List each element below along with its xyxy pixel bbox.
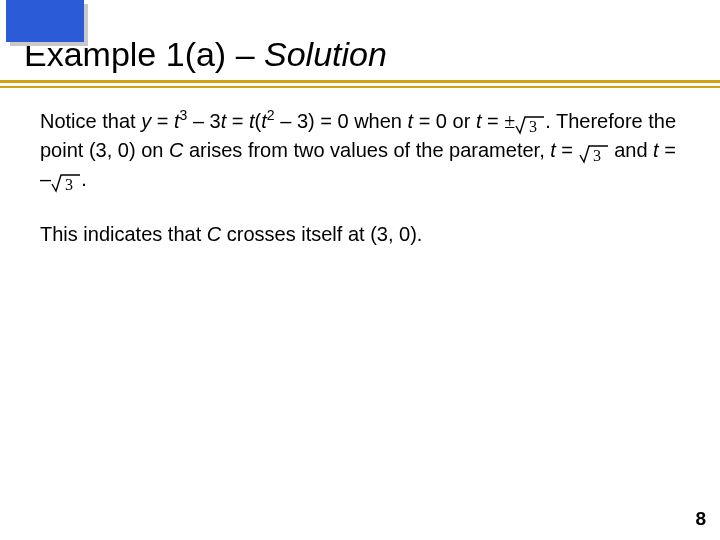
- text: .: [545, 110, 551, 132]
- text: =: [151, 110, 174, 132]
- text: – 3) = 0 when: [275, 110, 408, 132]
- var-y: y: [141, 110, 151, 132]
- sqrt-3-icon: 3: [515, 110, 545, 137]
- text: =: [481, 110, 504, 132]
- title-rule-thin: [0, 86, 720, 88]
- sqrt-3-icon: 3: [579, 139, 609, 166]
- svg-text:3: 3: [65, 176, 73, 193]
- text: arises from two values of the parameter,: [183, 139, 550, 161]
- var-C: C: [169, 139, 183, 161]
- paragraph-spacer: [40, 195, 680, 221]
- text: crosses itself at (3, 0).: [221, 223, 422, 245]
- text: and: [609, 139, 653, 161]
- body: Notice that y = t3 – 3t = t(t2 – 3) = 0 …: [40, 108, 680, 248]
- page-number: 8: [695, 508, 706, 530]
- sup-2: 2: [267, 107, 275, 123]
- negative-sign: –: [40, 168, 51, 190]
- text: =: [659, 139, 676, 161]
- text: =: [556, 139, 579, 161]
- title-italic: Solution: [264, 35, 387, 73]
- paragraph-1: Notice that y = t3 – 3t = t(t2 – 3) = 0 …: [40, 108, 680, 195]
- svg-text:3: 3: [593, 147, 601, 164]
- text: =: [226, 110, 249, 132]
- text: – 3: [187, 110, 220, 132]
- text: = 0 or: [413, 110, 476, 132]
- decorative-blue-box: [6, 0, 84, 42]
- slide: Example 1(a) – Solution Notice that y = …: [0, 0, 720, 540]
- text: Notice that: [40, 110, 141, 132]
- title: Example 1(a) – Solution: [0, 34, 720, 77]
- var-C: C: [207, 223, 221, 245]
- sqrt-3-icon: 3: [51, 168, 81, 195]
- title-text: Example 1(a) – Solution: [24, 34, 696, 75]
- plus-minus: ±: [504, 110, 515, 132]
- text: .: [81, 168, 87, 190]
- text: This indicates that: [40, 223, 207, 245]
- title-rule-thick: [0, 80, 720, 83]
- paragraph-2: This indicates that C crosses itself at …: [40, 221, 680, 248]
- svg-text:3: 3: [529, 118, 537, 135]
